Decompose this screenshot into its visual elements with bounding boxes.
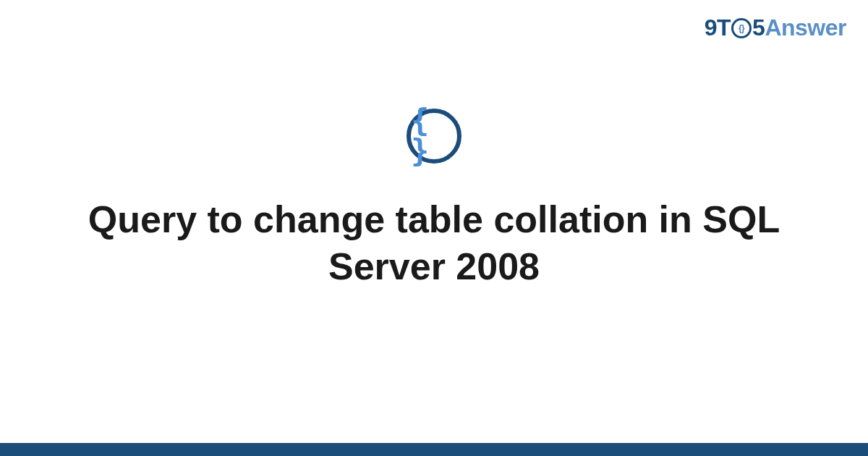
icon-container: { } bbox=[407, 109, 461, 164]
main-content: { } Query to change table collation in S… bbox=[0, 0, 868, 456]
page-title: Query to change table collation in SQL S… bbox=[72, 196, 796, 290]
braces-glyph: { } bbox=[411, 106, 457, 166]
footer-bar bbox=[0, 443, 868, 456]
code-braces-icon: { } bbox=[407, 109, 461, 164]
